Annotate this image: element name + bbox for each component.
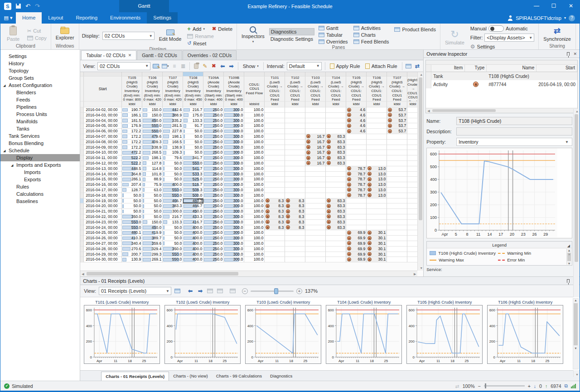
chart-settings-icon[interactable] (174, 287, 181, 295)
table-cell[interactable] (265, 107, 285, 113)
column-strip[interactable] (367, 72, 387, 77)
close-icon[interactable]: ✕ (128, 51, 132, 60)
sidebar-item-asset-configuration[interactable]: ◢Asset Configuration (0, 82, 80, 89)
table-cell[interactable]: 300.0 (224, 140, 244, 145)
table-cell[interactable]: 50.0 (142, 203, 163, 209)
table-cell[interactable]: 50.0 (122, 193, 142, 198)
table-cell[interactable] (407, 209, 417, 214)
table-cell[interactable]: 516.7 (183, 182, 203, 188)
table-cell[interactable]: B69.9 (346, 241, 367, 247)
table-cell[interactable]: 100.0 (244, 193, 265, 198)
table-cell[interactable] (265, 193, 285, 198)
table-cell[interactable] (407, 177, 417, 182)
sidebar-item-imports-and-exports[interactable]: ◢Imports and Exports (0, 161, 80, 169)
table-cell[interactable]: 50.0 (142, 214, 163, 220)
table-cell[interactable]: B30.1 (367, 236, 387, 241)
date-cell[interactable]: 2016-04-02, 00:00 (84, 107, 122, 113)
table-cell[interactable] (285, 118, 305, 124)
column-header[interactable]: CDU1: CDU1 Feed Flow (244, 77, 265, 102)
date-cell[interactable]: 2016-04-09, 00:00 (84, 145, 122, 150)
table-cell[interactable]: 550.0 (122, 220, 142, 225)
table-cell[interactable]: 50.0 (163, 172, 183, 177)
tabular-pane-button[interactable]: Tabular (317, 32, 349, 38)
table-cell[interactable]: 101.8 (142, 172, 163, 177)
table-cell[interactable]: B83.3 (326, 145, 346, 150)
table-cell[interactable]: 50.0 (183, 145, 203, 150)
tab-environments[interactable]: Environments (104, 12, 147, 24)
table-cell[interactable] (326, 252, 346, 257)
table-cell[interactable]: 433.3 (183, 214, 203, 220)
table-cell[interactable]: 550.0 (142, 129, 163, 134)
table-cell[interactable] (407, 241, 417, 247)
table-cell[interactable] (387, 230, 407, 236)
table-cell[interactable]: 75.9 (142, 182, 163, 188)
table-cell[interactable]: 450.0 (142, 225, 163, 231)
table-cell[interactable] (326, 241, 346, 247)
table-cell[interactable]: 300.0 (224, 172, 244, 177)
table-cell[interactable]: 338.9 (142, 145, 163, 150)
table-cell[interactable] (285, 172, 305, 177)
date-cell[interactable]: 2016-04-10, 00:00 (84, 150, 122, 155)
row-header[interactable] (80, 198, 84, 204)
table-cell[interactable]: 100.0 (244, 209, 265, 214)
maximize-button[interactable]: ☐ (545, 0, 562, 12)
table-cell[interactable] (265, 145, 285, 150)
table-cell[interactable] (326, 247, 346, 252)
status-zoom-slider[interactable] (484, 385, 525, 387)
table-cell[interactable] (346, 220, 367, 225)
columns-icon[interactable]: ▾ (162, 63, 169, 70)
table-cell[interactable] (305, 225, 326, 231)
table-cell[interactable] (407, 182, 417, 188)
row-header[interactable] (80, 241, 84, 247)
table-cell[interactable]: B8.3 (285, 225, 305, 231)
table-cell[interactable]: 479.6 (142, 134, 163, 140)
sidebar-item-settings[interactable]: Settings (0, 53, 80, 60)
table-cell[interactable] (387, 161, 407, 166)
table-cell[interactable] (305, 129, 326, 134)
table-cell[interactable]: 250.0 (203, 166, 224, 172)
bottom-tab-charts-01-receipts-levels-[interactable]: Charts - 01 Receipts (Levels) (101, 372, 169, 381)
column-strip[interactable] (203, 72, 224, 77)
simulation-settings-button[interactable]: ⚙Settings (469, 43, 536, 50)
table-cell[interactable]: 250.0 (203, 225, 224, 231)
table-cell[interactable] (305, 118, 326, 124)
table-cell[interactable]: B13.0 (367, 166, 387, 172)
table-cell[interactable] (265, 129, 285, 134)
table-cell[interactable] (285, 177, 305, 182)
table-cell[interactable]: B8.3 (285, 220, 305, 225)
table-cell[interactable] (407, 257, 417, 262)
table-cell[interactable] (387, 150, 407, 155)
table-cell[interactable]: B4.6 (346, 123, 367, 129)
table-cell[interactable]: B69.9 (346, 252, 367, 257)
column-strip[interactable] (265, 72, 285, 77)
table-cell[interactable]: B83.3 (326, 134, 346, 140)
table-cell[interactable]: 300.0 (224, 209, 244, 214)
table-cell[interactable] (346, 145, 367, 150)
table-cell[interactable] (285, 123, 305, 129)
table-cell[interactable] (387, 134, 407, 140)
tab-home[interactable]: Home (16, 12, 42, 24)
table-cell[interactable]: 133.3 (163, 220, 183, 225)
inspector-grid-hscrollbar[interactable]: ◀ ▶ (426, 108, 577, 113)
collapse-rows-icon[interactable]: ≣ (180, 63, 186, 70)
table-cell[interactable]: 100.0 (244, 129, 265, 134)
table-cell[interactable]: B8.3 (265, 203, 285, 209)
table-cell[interactable]: B83.3 (326, 220, 346, 225)
inspector-row-tank[interactable]: Tank T108 (HighS Crude) (426, 72, 577, 80)
date-cell[interactable]: 2016-04-28, 00:00 (84, 247, 122, 252)
status-zoom-thumb[interactable] (485, 383, 486, 388)
table-cell[interactable]: 100.0 (244, 166, 265, 172)
date-cell[interactable]: 2016-04-26, 00:00 (84, 236, 122, 241)
column-strip[interactable] (407, 72, 417, 77)
table-cell[interactable]: 100.0 (244, 161, 265, 166)
table-cell[interactable]: 335.2 (163, 118, 183, 124)
table-cell[interactable] (305, 123, 326, 129)
date-cell[interactable]: 2016-04-05, 00:00 (84, 123, 122, 129)
table-cell[interactable] (387, 225, 407, 231)
table-cell[interactable] (305, 214, 326, 220)
help-icon[interactable]: ? (569, 15, 575, 21)
column-strip[interactable] (183, 72, 203, 77)
table-cell[interactable]: 300.0 (224, 155, 244, 161)
table-cell[interactable] (387, 257, 407, 262)
manual-automatic-toggle[interactable] (488, 25, 504, 32)
